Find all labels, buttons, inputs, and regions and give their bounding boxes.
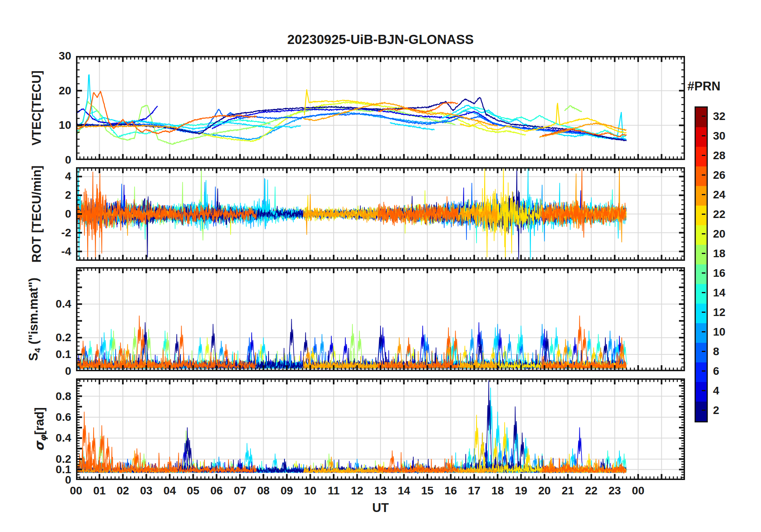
colorbar-tick-mark-6 (702, 370, 705, 372)
xtick-label-24: 00 (622, 484, 654, 498)
panel-canvas-rot (76, 167, 685, 261)
colorbar-tick-label-32: 32 (713, 110, 725, 123)
panel-canvas-sigma_phi (76, 378, 685, 480)
colorbar-tick-mark-28 (702, 155, 705, 156)
colorbar-tick-mark-24 (702, 194, 705, 195)
colorbar-tick-label-10: 10 (713, 325, 725, 339)
colorbar-block-11 (696, 206, 707, 225)
colorbar-block-15 (696, 127, 707, 147)
ytick-label-vtec-0: 0 (3, 153, 71, 167)
panel-canvas-vtec (76, 56, 685, 160)
ytick-label-rot--2: -2 (3, 226, 71, 240)
colorbar-block-8 (696, 264, 707, 284)
colorbar-block-5 (696, 323, 707, 343)
colorbar-block-16 (696, 108, 707, 127)
colorbar-tick-label-28: 28 (713, 149, 725, 162)
colorbar-tick-label-12: 12 (713, 306, 725, 319)
colorbar-tick-mark-32 (702, 116, 705, 117)
colorbar-tick-mark-20 (702, 233, 705, 234)
colorbar-block-4 (696, 343, 707, 362)
y-axis-label-vtec: VTEC[TECU] (30, 70, 44, 146)
colorbar-tick-mark-8 (702, 351, 705, 352)
colorbar-tick-mark-12 (702, 312, 705, 313)
ytick-label-s4-0.2: 0.2 (3, 331, 71, 344)
ytick-label-rot-0: 0 (3, 207, 71, 221)
colorbar-block-12 (696, 186, 707, 206)
ytick-label-sigma_phi-0.4: 0.4 (3, 431, 71, 445)
colorbar-block-9 (696, 245, 707, 264)
colorbar-tick-label-24: 24 (713, 188, 725, 202)
colorbar-tick-label-16: 16 (713, 266, 725, 280)
ytick-label-rot-4: 4 (3, 170, 71, 183)
ytick-label-rot--4: -4 (3, 245, 71, 258)
colorbar-block-1 (696, 402, 707, 421)
colorbar-title: #PRN (687, 79, 721, 94)
colorbar-tick-mark-18 (702, 253, 705, 254)
colorbar-block-6 (696, 304, 707, 323)
colorbar-block-2 (696, 382, 707, 402)
colorbar-tick-mark-10 (702, 331, 705, 332)
figure: 20230925-UiB-BJN-GLONASS VTEC[TECU] ROT … (0, 0, 761, 532)
colorbar-tick-label-20: 20 (713, 227, 725, 241)
colorbar-tick-mark-30 (702, 135, 705, 136)
x-axis-label: UT (372, 501, 389, 515)
chart-title: 20230925-UiB-BJN-GLONASS (287, 32, 474, 47)
colorbar-tick-mark-22 (702, 214, 705, 215)
ytick-label-vtec-20: 20 (3, 84, 71, 98)
colorbar (695, 106, 708, 422)
colorbar-tick-label-14: 14 (713, 286, 725, 300)
colorbar-tick-label-6: 6 (713, 364, 719, 378)
colorbar-tick-mark-2 (702, 410, 705, 411)
colorbar-tick-label-18: 18 (713, 247, 725, 260)
panel-canvas-s4 (76, 267, 685, 371)
colorbar-tick-label-30: 30 (713, 129, 725, 143)
colorbar-tick-label-26: 26 (713, 168, 725, 182)
colorbar-tick-mark-26 (702, 174, 705, 176)
colorbar-block-3 (696, 362, 707, 382)
ytick-label-vtec-10: 10 (3, 118, 71, 132)
colorbar-tick-label-8: 8 (713, 345, 719, 358)
colorbar-tick-mark-16 (702, 272, 705, 274)
ytick-label-rot-2: 2 (3, 188, 71, 202)
ytick-label-sigma_phi-0.8: 0.8 (3, 390, 71, 403)
ytick-label-s4-0.4: 0.4 (3, 297, 71, 311)
ytick-label-s4-0: 0 (3, 364, 71, 378)
colorbar-tick-label-2: 2 (713, 404, 719, 417)
ytick-label-sigma_phi-0.6: 0.6 (3, 410, 71, 424)
colorbar-tick-label-22: 22 (713, 208, 725, 221)
ytick-label-vtec-30: 30 (3, 49, 71, 63)
colorbar-block-14 (696, 147, 707, 166)
colorbar-tick-mark-14 (702, 292, 705, 293)
y-axis-label-vtec-text: VTEC[TECU] (30, 70, 44, 146)
colorbar-block-13 (696, 166, 707, 186)
colorbar-block-10 (696, 225, 707, 245)
colorbar-block-7 (696, 284, 707, 304)
colorbar-tick-mark-4 (702, 390, 705, 391)
ytick-label-s4-0.1: 0.1 (3, 348, 71, 361)
ytick-label-sigma_phi-0.2: 0.2 (3, 452, 71, 466)
colorbar-tick-label-4: 4 (713, 384, 719, 398)
